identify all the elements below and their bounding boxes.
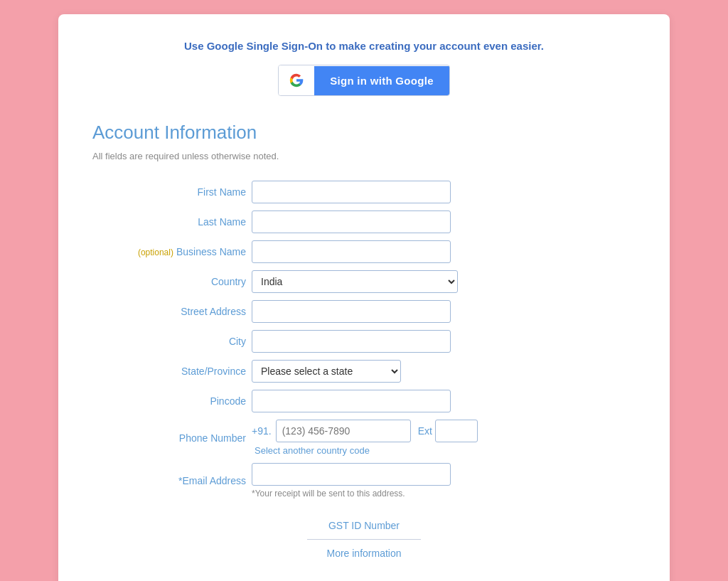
country-row: Country India United States United Kingd… — [92, 267, 636, 297]
city-row: City — [92, 326, 636, 356]
sign-in-google-button[interactable]: Sign in with Google — [278, 65, 450, 96]
main-card: Use Google Single Sign-On to make creati… — [58, 14, 670, 581]
pincode-label: Pincode — [210, 395, 246, 407]
business-name-label: Business Name — [176, 246, 246, 257]
google-icon-wrapper — [279, 65, 314, 95]
account-form: First Name Last Name — [92, 177, 636, 502]
more-info-link[interactable]: More information — [326, 548, 401, 559]
first-name-row: First Name — [92, 177, 636, 207]
account-info-section: Account Information All fields are requi… — [92, 122, 636, 560]
pincode-input[interactable] — [252, 390, 451, 412]
pincode-row: Pincode — [92, 386, 636, 416]
phone-label: Phone Number — [179, 432, 246, 444]
ext-label: Ext — [418, 425, 432, 437]
required-note: All fields are required unless otherwise… — [92, 151, 636, 161]
email-label: *Email Address — [178, 475, 246, 486]
google-g-icon — [289, 73, 304, 88]
phone-ext-input[interactable] — [435, 420, 478, 442]
sso-section: Use Google Single Sign-On to make creati… — [92, 40, 636, 96]
email-note: *Your receipt will be sent to this addre… — [252, 489, 633, 499]
gst-divider — [307, 539, 421, 540]
state-label: State/Province — [181, 366, 246, 377]
sso-headline: Use Google Single Sign-On to make creati… — [92, 40, 636, 52]
more-info-section: More information — [92, 547, 636, 560]
first-name-input[interactable] — [252, 181, 451, 203]
state-row: State/Province Please select a state And… — [92, 356, 636, 386]
country-label: Country — [211, 276, 246, 287]
email-input[interactable] — [252, 463, 451, 486]
phone-row: Phone Number +91. Ext Select another cou… — [92, 416, 636, 459]
last-name-row: Last Name — [92, 207, 636, 237]
google-btn-label: Sign in with Google — [314, 66, 449, 95]
gst-label[interactable]: GST ID Number — [328, 520, 400, 531]
phone-prefix: +91. — [252, 425, 272, 437]
last-name-input[interactable] — [252, 210, 451, 233]
phone-input-group: +91. Ext — [252, 420, 633, 442]
first-name-label: First Name — [198, 186, 246, 198]
business-name-row: (optional)Business Name — [92, 237, 636, 267]
select-country-code-link[interactable]: Select another country code — [255, 445, 633, 456]
country-select[interactable]: India United States United Kingdom Canad… — [252, 270, 458, 293]
city-input[interactable] — [252, 330, 451, 353]
city-label: City — [229, 336, 246, 347]
section-title: Account Information — [92, 122, 636, 144]
state-select[interactable]: Please select a state Andhra Pradesh Kar… — [252, 360, 401, 383]
phone-number-input[interactable] — [276, 420, 411, 442]
gst-section: GST ID Number — [92, 519, 636, 540]
street-address-label: Street Address — [181, 306, 246, 317]
email-row: *Email Address *Your receipt will be sen… — [92, 459, 636, 502]
business-name-input[interactable] — [252, 240, 451, 263]
last-name-label: Last Name — [198, 216, 246, 228]
street-address-row: Street Address — [92, 297, 636, 326]
street-address-input[interactable] — [252, 300, 451, 323]
optional-tag: (optional) — [138, 247, 173, 257]
